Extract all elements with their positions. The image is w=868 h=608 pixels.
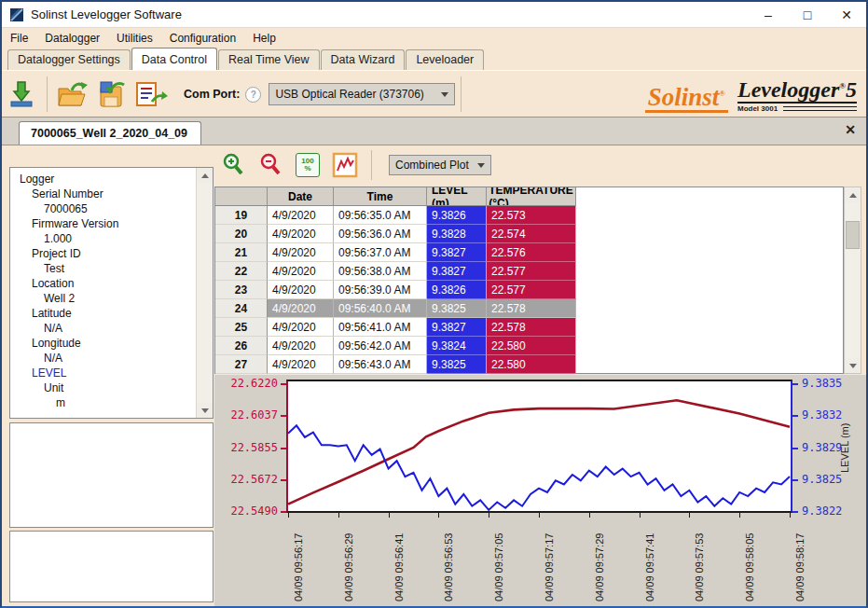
x-tick-label[interactable]: 04/09 09:56:53 xyxy=(443,533,454,601)
time-cell: 09:56:36.0 AM xyxy=(334,225,427,243)
level-tick-label: 9.3832 xyxy=(802,408,842,421)
x-tick-label[interactable]: 04/09 09:57:53 xyxy=(694,533,705,601)
table-row[interactable]: 204/9/202009:56:36.0 AM9.382822.574 xyxy=(215,225,843,243)
time-cell: 09:56:43.0 AM xyxy=(334,355,427,374)
solinst-logo: Solinst® xyxy=(645,81,728,113)
temperature-cell: 22.577 xyxy=(487,262,576,281)
table-row[interactable]: 274/9/202009:56:43.0 AM9.382522.580 xyxy=(215,355,843,374)
series-level xyxy=(288,425,790,510)
scrollbar-thumb[interactable] xyxy=(846,221,860,249)
x-tick-label[interactable]: 04/09 09:57:17 xyxy=(544,533,555,601)
plot-type-select[interactable]: Combined Plot xyxy=(389,155,491,175)
row-number-cell: 25 xyxy=(215,318,268,337)
tree-item-well-2[interactable]: Well 2 xyxy=(14,291,196,306)
download-data-button[interactable] xyxy=(2,76,41,113)
x-tick-mark xyxy=(589,513,590,518)
x-tick-label[interactable]: 04/09 09:57:41 xyxy=(644,533,655,601)
scroll-up-icon[interactable] xyxy=(197,168,213,183)
scroll-down-icon[interactable] xyxy=(845,358,861,373)
tab-data-wizard[interactable]: Data Wizard xyxy=(321,49,406,70)
tree-item-firmware-version[interactable]: Firmware Version xyxy=(14,216,196,231)
x-tick-label[interactable]: 04/09 09:57:29 xyxy=(594,533,605,601)
temperature-cell: 22.580 xyxy=(487,355,576,374)
tree-item-n-a[interactable]: N/A xyxy=(14,351,196,366)
plot-style-button[interactable] xyxy=(326,150,364,180)
x-tick-mark xyxy=(489,513,489,518)
tab-data-control[interactable]: Data Control xyxy=(131,48,217,70)
save-file-button[interactable] xyxy=(92,76,131,113)
x-tick-label[interactable]: 04/09 09:56:41 xyxy=(393,533,405,601)
date-cell: 4/9/2020 xyxy=(268,206,334,225)
date-cell: 4/9/2020 xyxy=(268,281,334,299)
temperature-tick-mark xyxy=(281,383,286,385)
date-cell: 4/9/2020 xyxy=(268,262,334,281)
tab-real-time-view[interactable]: Real Time View xyxy=(218,49,320,70)
menu-utilities[interactable]: Utilities xyxy=(108,30,161,47)
zoom-in-button[interactable] xyxy=(214,150,252,180)
date-cell: 4/9/2020 xyxy=(268,243,334,262)
tree-item-level[interactable]: LEVEL xyxy=(14,366,196,380)
com-port-label: Com Port: xyxy=(184,88,240,101)
row-number-cell: 26 xyxy=(215,337,268,355)
table-scrollbar[interactable] xyxy=(844,187,861,374)
tree-item-test[interactable]: Test xyxy=(14,261,196,276)
tree-item-n-a[interactable]: N/A xyxy=(14,321,196,336)
combined-plot-region: TEMPERATURE (°C) LEVEL (m) 22.622022.603… xyxy=(214,375,868,606)
tree-item-logger[interactable]: Logger xyxy=(14,172,196,187)
table-row[interactable]: 194/9/202009:56:35.0 AM9.382622.573 xyxy=(215,206,843,225)
x-tick-mark xyxy=(739,513,740,518)
tree-item-unit[interactable]: Unit xyxy=(14,380,196,395)
x-tick-label[interactable]: 04/09 09:58:05 xyxy=(744,533,755,601)
table-row[interactable]: 254/9/202009:56:41.0 AM9.382722.578 xyxy=(215,318,843,337)
date-cell: 4/9/2020 xyxy=(268,225,334,243)
tree-item-project-id[interactable]: Project ID xyxy=(14,246,196,261)
menu-configuration[interactable]: Configuration xyxy=(161,30,244,47)
x-tick-mark xyxy=(689,513,690,518)
tree-scrollbar[interactable] xyxy=(196,168,213,418)
level-cell: 9.3825 xyxy=(427,355,487,374)
table-row[interactable]: 264/9/202009:56:42.0 AM9.382422.580 xyxy=(215,337,843,355)
tree-item-latitude[interactable]: Latitude xyxy=(14,306,196,321)
download-data-icon xyxy=(7,79,35,109)
x-tick-label[interactable]: 04/09 09:56:29 xyxy=(343,533,354,601)
close-button[interactable]: ✕ xyxy=(827,2,866,27)
tree-item-serial-number[interactable]: Serial Number xyxy=(14,187,196,201)
file-tab[interactable]: 7000065_Well 2_2020_04_09 xyxy=(19,121,201,145)
scroll-up-icon[interactable] xyxy=(845,187,861,202)
brand-logo: Solinst® Levelogger®5 Model 3001 xyxy=(645,76,857,113)
minimize-button[interactable]: – xyxy=(749,2,788,27)
x-tick-mark xyxy=(338,513,339,518)
close-file-icon[interactable]: ✕ xyxy=(842,122,859,137)
x-tick-label[interactable]: 04/09 09:56:17 xyxy=(293,533,304,601)
table-row[interactable]: 244/9/202009:56:40.0 AM9.382522.578 xyxy=(215,299,843,318)
tab-datalogger-settings[interactable]: Datalogger Settings xyxy=(7,49,131,70)
zoom-out-button[interactable] xyxy=(252,150,289,180)
tree-item-location[interactable]: Location xyxy=(14,276,196,291)
menu-datalogger[interactable]: Datalogger xyxy=(36,30,108,47)
table-row[interactable]: 224/9/202009:56:38.0 AM9.382722.577 xyxy=(215,262,843,281)
menu-help[interactable]: Help xyxy=(244,30,284,47)
tab-leveloader[interactable]: Leveloader xyxy=(406,49,484,70)
zoom-100-button[interactable]: 100 % xyxy=(289,150,326,180)
temperature-tick-label: 22.5490 xyxy=(220,504,278,518)
table-row[interactable]: 214/9/202009:56:37.0 AM9.382722.576 xyxy=(215,243,843,262)
level-tick-label: 9.3835 xyxy=(802,377,842,390)
scroll-down-icon[interactable] xyxy=(197,403,213,418)
tree-item-7000065[interactable]: 7000065 xyxy=(14,201,196,216)
maximize-button[interactable]: □ xyxy=(788,2,827,27)
row-number-cell: 21 xyxy=(215,243,268,262)
table-row[interactable]: 234/9/202009:56:39.0 AM9.382622.577 xyxy=(215,281,843,299)
export-data-button[interactable] xyxy=(131,76,171,113)
open-file-button[interactable] xyxy=(53,76,92,113)
com-port-select[interactable]: USB Optical Reader (373706) xyxy=(269,83,455,105)
x-tick-label[interactable]: 04/09 09:58:17 xyxy=(794,533,806,601)
x-tick-label[interactable]: 04/09 09:57:05 xyxy=(493,533,504,601)
menu-file[interactable]: File xyxy=(2,30,36,47)
tree-item-1-000[interactable]: 1.000 xyxy=(14,231,196,246)
time-cell: 09:56:39.0 AM xyxy=(334,281,427,299)
open-file-icon xyxy=(56,79,90,109)
help-icon[interactable]: ? xyxy=(245,87,261,103)
file-tab-bar: 7000065_Well 2_2020_04_09 ✕ xyxy=(2,117,866,145)
tree-item-longitude[interactable]: Longitude xyxy=(14,336,196,351)
tree-item-m[interactable]: m xyxy=(14,395,196,410)
